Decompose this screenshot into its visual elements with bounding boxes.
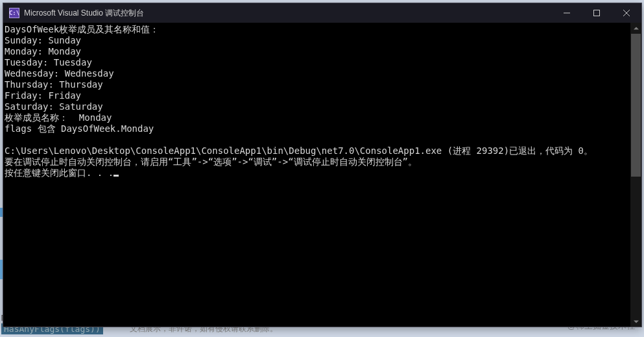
- minimize-button[interactable]: [552, 3, 582, 23]
- chevron-up-icon: [634, 26, 639, 31]
- scroll-down-button[interactable]: [630, 316, 641, 327]
- svg-rect-0: [594, 10, 600, 16]
- vertical-scrollbar[interactable]: [630, 23, 641, 327]
- titlebar[interactable]: C:\ Microsoft Visual Studio 调试控制台: [3, 3, 641, 23]
- console-window: C:\ Microsoft Visual Studio 调试控制台 DaysOf…: [3, 3, 642, 327]
- maximize-icon: [593, 10, 600, 16]
- scroll-up-button[interactable]: [630, 23, 641, 34]
- close-icon: [623, 10, 630, 16]
- minimize-icon: [564, 10, 570, 16]
- client-area: DaysOfWeek枚举成员及其名称和值： Sunday: Sunday Mon…: [3, 23, 641, 327]
- maximize-button[interactable]: [582, 3, 612, 23]
- window-title: Microsoft Visual Studio 调试控制台: [24, 8, 144, 19]
- console-output[interactable]: DaysOfWeek枚举成员及其名称和值： Sunday: Sunday Mon…: [3, 23, 630, 327]
- desktop-background: M HasAnyFlags(flags)) 文档展示，非许诺，如有侵权请联系删除…: [0, 0, 644, 337]
- app-icon: C:\: [9, 8, 19, 18]
- chevron-down-icon: [634, 319, 639, 324]
- scroll-thumb[interactable]: [631, 34, 641, 177]
- text-cursor: [113, 175, 119, 177]
- close-button[interactable]: [612, 3, 641, 23]
